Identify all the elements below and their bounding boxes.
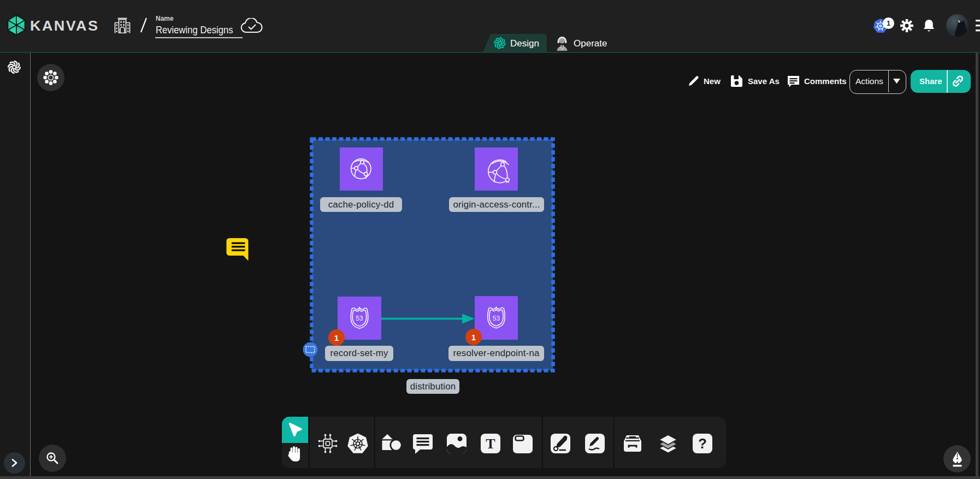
svg-text:53: 53 (356, 315, 363, 322)
svg-text:T: T (486, 436, 495, 452)
svg-text:?: ? (698, 435, 707, 452)
svg-text:53: 53 (493, 315, 500, 322)
